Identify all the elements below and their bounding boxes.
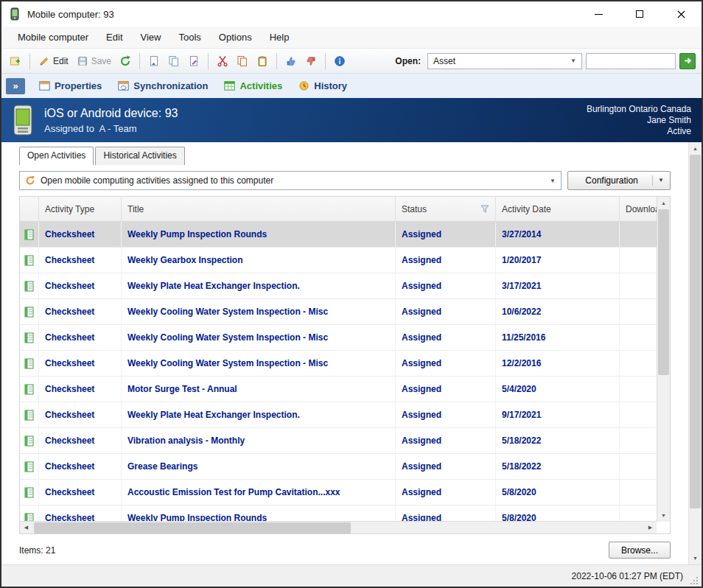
menu-help[interactable]: Help xyxy=(261,27,298,49)
approve-button[interactable] xyxy=(283,54,299,69)
header-icon-column[interactable] xyxy=(20,197,39,221)
table-row[interactable]: Checksheet Weekly Pump Inspection Rounds… xyxy=(20,222,657,248)
chevron-down-icon: ▼ xyxy=(548,178,558,184)
table-row[interactable]: Checksheet Weekly Plate Heat Exchanger I… xyxy=(20,273,657,299)
collapse-tabs-button[interactable]: » xyxy=(6,78,25,94)
header-title[interactable]: Title xyxy=(122,197,396,221)
table-scrollbar-horizontal[interactable]: ◀ ▶ xyxy=(20,521,657,533)
status-cell: Assigned xyxy=(396,402,496,427)
status-cell: Assigned xyxy=(396,505,496,521)
table-vscroll-track[interactable] xyxy=(657,209,670,509)
table-row[interactable]: Checksheet Weekly Cooling Water System I… xyxy=(20,325,657,351)
scroll-left-button[interactable]: ◀ xyxy=(20,522,32,534)
cut-button[interactable] xyxy=(214,54,231,69)
open-record-button[interactable] xyxy=(7,54,24,69)
filter-funnel-icon[interactable] xyxy=(480,205,489,213)
table-row[interactable]: Checksheet Weekly Pump Inspection Rounds… xyxy=(20,505,657,521)
checksheet-icon xyxy=(24,513,34,522)
minimize-icon xyxy=(595,14,603,15)
scroll-up-button[interactable]: ▲ xyxy=(689,142,702,155)
table-row[interactable]: Checksheet Weekly Plate Heat Exchanger I… xyxy=(20,402,657,428)
activities-subtabs: Open Activities Historical Activities xyxy=(19,147,688,165)
title-cell: Vibration analysis - Monthly xyxy=(122,428,396,453)
activity-type-cell: Checksheet xyxy=(39,505,122,521)
form-vscroll-track[interactable] xyxy=(689,155,702,552)
menu-options[interactable]: Options xyxy=(210,27,261,49)
copy-button[interactable] xyxy=(234,54,251,69)
scroll-down-button[interactable]: ▼ xyxy=(657,509,670,522)
header-status[interactable]: Status xyxy=(396,197,496,221)
menu-edit[interactable]: Edit xyxy=(97,27,131,49)
save-button[interactable]: Save xyxy=(74,54,113,69)
edit-button[interactable]: Edit xyxy=(36,54,71,69)
tab-label: Synchronization xyxy=(133,80,208,91)
paste-button[interactable] xyxy=(254,54,270,69)
activities-table-main: Activity Type Title Status Activity Date… xyxy=(20,197,657,533)
header-download[interactable]: Download xyxy=(620,197,657,221)
filter-row: Open mobile computing activities assigne… xyxy=(19,171,671,190)
subtab-open-activities[interactable]: Open Activities xyxy=(19,147,94,165)
hscroll-thumb[interactable] xyxy=(34,522,351,533)
maximize-button[interactable] xyxy=(619,1,660,27)
resize-grip-icon[interactable] xyxy=(689,575,699,585)
checksheet-icon xyxy=(24,229,34,240)
row-icon-cell xyxy=(20,351,39,376)
row-icon-cell xyxy=(20,505,39,521)
status-cell: Assigned xyxy=(396,454,496,479)
subtab-historical-activities[interactable]: Historical Activities xyxy=(95,147,184,165)
table-scrollbar-vertical[interactable]: ▲ ▼ xyxy=(657,197,670,522)
table-row[interactable]: Checksheet Weekly Cooling Water System I… xyxy=(20,351,657,377)
table-row[interactable]: Checksheet Weekly Gearbox Inspection Ass… xyxy=(20,248,657,273)
tab-history[interactable]: History xyxy=(290,75,355,97)
go-button[interactable] xyxy=(679,53,696,69)
menu-mobile-computer[interactable]: Mobile computer xyxy=(9,27,97,49)
page-edit-icon xyxy=(188,55,200,67)
activities-table: Activity Type Title Status Activity Date… xyxy=(19,196,671,534)
download-cell xyxy=(620,273,657,298)
configuration-button-label: Configuration xyxy=(574,175,649,186)
table-vscroll-thumb[interactable] xyxy=(658,209,669,375)
hscroll-track[interactable] xyxy=(32,522,644,533)
activity-type-cell: Checksheet xyxy=(39,222,122,247)
table-row[interactable]: Checksheet Weekly Cooling Water System I… xyxy=(20,299,657,325)
quick-open-input[interactable] xyxy=(586,53,676,69)
tab-properties[interactable]: Properties xyxy=(31,75,110,97)
tab-activities[interactable]: Activities xyxy=(216,75,290,97)
minimize-button[interactable] xyxy=(578,1,619,27)
form-vscroll-thumb[interactable] xyxy=(690,155,701,508)
paste-new-button[interactable] xyxy=(146,54,162,69)
activity-date-cell: 11/25/2016 xyxy=(496,325,620,350)
info-button[interactable] xyxy=(332,54,348,69)
copy-pages-button[interactable] xyxy=(166,54,182,69)
tab-synchronization[interactable]: Synchronization xyxy=(110,75,216,97)
form-scrollbar-vertical[interactable]: ▲ ▼ xyxy=(688,142,702,564)
configuration-button[interactable]: Configuration ▼ xyxy=(567,171,671,190)
header-activity-type[interactable]: Activity Type xyxy=(39,197,122,221)
table-row[interactable]: Checksheet Motor Surge Test - Annual Ass… xyxy=(20,377,657,402)
menu-tools[interactable]: Tools xyxy=(169,27,209,49)
header-activity-date[interactable]: Activity Date xyxy=(496,197,620,221)
maximize-icon xyxy=(636,10,643,18)
table-row[interactable]: Checksheet Accoustic Emission Test for P… xyxy=(20,480,657,505)
open-combobox[interactable]: Asset ▼ xyxy=(427,53,582,69)
activities-filter-combobox[interactable]: Open mobile computing activities assigne… xyxy=(19,171,562,190)
close-button[interactable] xyxy=(660,1,702,27)
table-row[interactable]: Checksheet Vibration analysis - Monthly … xyxy=(20,428,657,454)
scroll-down-button[interactable]: ▼ xyxy=(689,552,702,564)
scroll-right-button[interactable]: ▶ xyxy=(644,522,657,534)
history-tab-icon xyxy=(298,81,309,91)
table-row[interactable]: Checksheet Grease Bearings Assigned 5/18… xyxy=(20,454,657,480)
record-title: iOS or Android device: 93 xyxy=(44,107,178,120)
page-edit-button[interactable] xyxy=(186,54,202,69)
activity-type-cell: Checksheet xyxy=(39,248,122,273)
reject-button[interactable] xyxy=(303,54,319,69)
activity-date-cell: 5/8/2020 xyxy=(496,480,620,505)
refresh-button[interactable] xyxy=(117,54,133,69)
download-cell xyxy=(620,325,657,350)
copy-icon xyxy=(237,55,248,67)
refresh-icon xyxy=(119,55,131,67)
scroll-up-button[interactable]: ▲ xyxy=(657,197,670,209)
toolbar-separator xyxy=(139,53,140,69)
browse-button[interactable]: Browse... xyxy=(609,542,671,559)
menu-view[interactable]: View xyxy=(132,27,170,49)
